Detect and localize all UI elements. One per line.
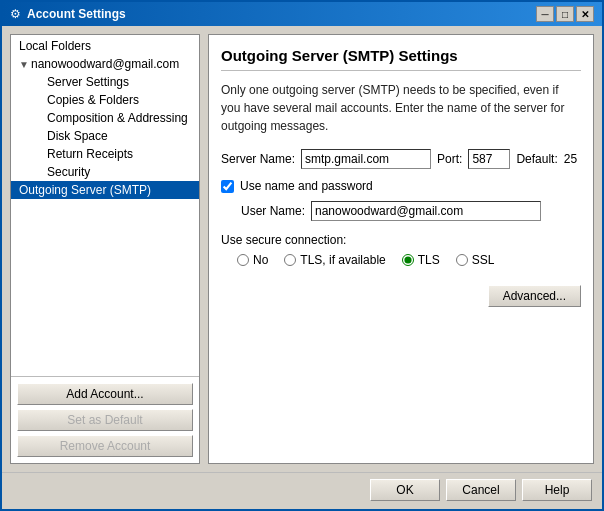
sidebar-item-label: Server Settings xyxy=(47,75,129,89)
sidebar-item-label: Copies & Folders xyxy=(47,93,139,107)
radio-tls-available-label: TLS, if available xyxy=(300,253,385,267)
radio-ssl[interactable]: SSL xyxy=(456,253,495,267)
advanced-row: Advanced... xyxy=(221,285,581,307)
sidebar-item-gmail[interactable]: ▼nanowoodward@gmail.com xyxy=(11,55,199,73)
radio-tls-available-input[interactable] xyxy=(284,254,296,266)
use-password-row: Use name and password xyxy=(221,179,581,193)
description-text: Only one outgoing server (SMTP) needs to… xyxy=(221,81,581,135)
sidebar-item-label: nanowoodward@gmail.com xyxy=(31,57,179,71)
minimize-button[interactable]: ─ xyxy=(536,6,554,22)
close-button[interactable]: ✕ xyxy=(576,6,594,22)
use-password-label: Use name and password xyxy=(240,179,373,193)
add-account-button[interactable]: Add Account... xyxy=(17,383,193,405)
server-name-label: Server Name: xyxy=(221,152,295,166)
username-label: User Name: xyxy=(241,204,305,218)
radio-tls-input[interactable] xyxy=(402,254,414,266)
title-bar: ⚙ Account Settings ─ □ ✕ xyxy=(2,2,602,26)
radio-tls-label: TLS xyxy=(418,253,440,267)
sidebar-item-label: Composition & Addressing xyxy=(47,111,188,125)
sidebar-item-server-settings[interactable]: Server Settings xyxy=(11,73,199,91)
sidebar-item-copies-folders[interactable]: Copies & Folders xyxy=(11,91,199,109)
right-panel: Outgoing Server (SMTP) Settings Only one… xyxy=(208,34,594,464)
secure-connection-label: Use secure connection: xyxy=(221,233,581,247)
server-name-input[interactable] xyxy=(301,149,431,169)
username-row: User Name: xyxy=(221,201,581,221)
default-value: 25 xyxy=(564,152,577,166)
sidebar-item-label: Local Folders xyxy=(19,39,91,53)
footer-row: OK Cancel Help xyxy=(2,472,602,509)
remove-account-button[interactable]: Remove Account xyxy=(17,435,193,457)
radio-no[interactable]: No xyxy=(237,253,268,267)
window-title: Account Settings xyxy=(27,7,126,21)
sidebar: Local Folders ▼nanowoodward@gmail.com Se… xyxy=(10,34,200,464)
account-settings-window: ⚙ Account Settings ─ □ ✕ Local Folders ▼… xyxy=(0,0,604,511)
sidebar-item-return-receipts[interactable]: Return Receipts xyxy=(11,145,199,163)
sidebar-item-label: Security xyxy=(47,165,90,179)
expander-icon: ▼ xyxy=(19,59,31,70)
radio-tls[interactable]: TLS xyxy=(402,253,440,267)
panel-title: Outgoing Server (SMTP) Settings xyxy=(221,47,581,71)
title-buttons: ─ □ ✕ xyxy=(536,6,594,22)
sidebar-item-disk-space[interactable]: Disk Space xyxy=(11,127,199,145)
secure-section: Use secure connection: No TLS, if availa… xyxy=(221,233,581,267)
set-default-button[interactable]: Set as Default xyxy=(17,409,193,431)
use-password-checkbox[interactable] xyxy=(221,180,234,193)
server-name-row: Server Name: Port: Default: 25 xyxy=(221,149,581,169)
sidebar-item-security[interactable]: Security xyxy=(11,163,199,181)
radio-ssl-input[interactable] xyxy=(456,254,468,266)
sidebar-tree: Local Folders ▼nanowoodward@gmail.com Se… xyxy=(11,35,199,376)
window-title-icon: ⚙ xyxy=(10,7,21,21)
radio-ssl-label: SSL xyxy=(472,253,495,267)
maximize-button[interactable]: □ xyxy=(556,6,574,22)
radio-no-input[interactable] xyxy=(237,254,249,266)
radio-no-label: No xyxy=(253,253,268,267)
port-input[interactable] xyxy=(468,149,510,169)
help-button[interactable]: Help xyxy=(522,479,592,501)
sidebar-item-label: Disk Space xyxy=(47,129,108,143)
username-input[interactable] xyxy=(311,201,541,221)
port-label: Port: xyxy=(437,152,462,166)
sidebar-item-outgoing-server[interactable]: Outgoing Server (SMTP) xyxy=(11,181,199,199)
sidebar-item-composition-addressing[interactable]: Composition & Addressing xyxy=(11,109,199,127)
advanced-button[interactable]: Advanced... xyxy=(488,285,581,307)
sidebar-item-local-folders[interactable]: Local Folders xyxy=(11,37,199,55)
sidebar-buttons: Add Account... Set as Default Remove Acc… xyxy=(11,376,199,463)
main-content: Local Folders ▼nanowoodward@gmail.com Se… xyxy=(2,26,602,472)
radio-tls-available[interactable]: TLS, if available xyxy=(284,253,385,267)
default-label: Default: xyxy=(516,152,557,166)
sidebar-item-label: Return Receipts xyxy=(47,147,133,161)
cancel-button[interactable]: Cancel xyxy=(446,479,516,501)
radio-group: No TLS, if available TLS SSL xyxy=(221,253,581,267)
ok-button[interactable]: OK xyxy=(370,479,440,501)
sidebar-item-label: Outgoing Server (SMTP) xyxy=(19,183,151,197)
